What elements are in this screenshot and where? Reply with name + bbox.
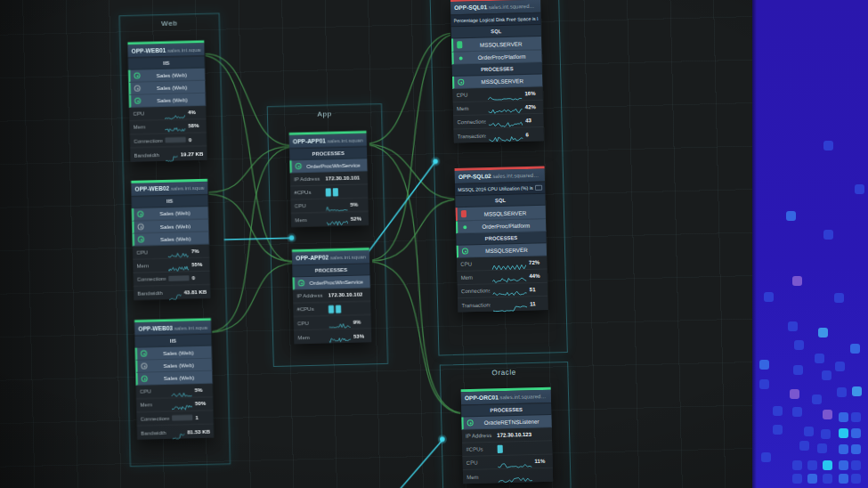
group-web-label: Web	[120, 19, 219, 29]
metric-label: CPU	[136, 249, 165, 256]
metric-label: Connections	[134, 137, 162, 143]
healthy-status-icon	[134, 72, 140, 78]
service-label: Sales (Web)	[149, 349, 208, 357]
metric-label: Mem	[140, 402, 168, 408]
service-label: OrderProc/Platform	[466, 53, 539, 61]
metric-label: #CPUs	[297, 306, 326, 313]
server-card-web02[interactable]: OPP-WEB02 .sales.int.squared… IIS Sales …	[131, 179, 210, 300]
sparkline	[492, 262, 527, 272]
service-label: Sales (Web)	[145, 209, 205, 217]
metric-value: 4%	[188, 110, 202, 115]
metric-value: 11	[530, 300, 544, 305]
metric-label: CPU	[297, 320, 326, 326]
metric-label: Bandwidth	[134, 151, 162, 158]
metrics-panel: CPU 16% Mem 42% Connections 43 Transacti…	[452, 87, 543, 143]
metric-label: Connections	[457, 118, 485, 125]
healthy-status-icon	[462, 248, 468, 254]
service-label: MSSQLSERVER	[468, 208, 542, 216]
server-name: OPP-APP02	[296, 254, 329, 261]
healthy-status-icon	[141, 350, 147, 356]
metric-value: 44%	[529, 273, 543, 279]
healthy-dot-icon	[463, 225, 466, 229]
metric-row-bandwidth: Bandwidth 43.81 KB	[134, 285, 210, 300]
metric-label: Mem	[461, 274, 490, 281]
metrics-panel: CPU 72% Mem 44% Connections 51 Transacti…	[457, 256, 548, 312]
metric-label: #CPUs	[294, 190, 322, 196]
sparkline	[171, 390, 191, 400]
metric-label: IP Address	[296, 293, 325, 299]
sparkline	[498, 460, 532, 470]
unknown-status-icon	[134, 85, 141, 91]
server-name: OPP-WEB01	[132, 46, 166, 53]
mosaic-square	[822, 370, 831, 380]
mosaic-square	[817, 443, 827, 453]
mosaic-square	[823, 460, 832, 470]
server-domain: .sales.int.squared…	[491, 173, 541, 179]
server-card-orc01[interactable]: OPP-ORC01 .sales.int.squared… PROCESSES …	[461, 387, 554, 484]
sparkline	[498, 475, 532, 484]
mosaic-square	[793, 365, 803, 375]
sparkline	[489, 119, 523, 129]
sparkline	[488, 93, 523, 102]
metric-label: Connections	[461, 288, 490, 294]
sparkline	[489, 134, 523, 143]
cpu-block	[332, 188, 337, 196]
service-label: Sales (Web)	[146, 222, 206, 230]
metric-value: 6	[525, 132, 539, 137]
service-label: MSSQLSERVER	[466, 77, 539, 85]
server-card-app01[interactable]: OPP-APP01 .sales.int.squared… PROCESSES …	[289, 131, 369, 227]
metric-value: 7%	[191, 248, 206, 254]
metric-label: Mem	[297, 334, 326, 340]
sparkline	[326, 218, 347, 228]
metric-value: 0	[191, 275, 206, 281]
server-card-web03[interactable]: OPP-WEB03 .sales.int.squared… IIS Sales …	[134, 318, 214, 439]
metric-row-bandwidth: Bandwidth 81.53 KB	[137, 424, 214, 439]
metric-row-bandwidth: Bandwidth 19.27 KB	[130, 146, 207, 161]
server-card-web01[interactable]: OPP-WEB01 .sales.int.squared… IIS Sales …	[127, 40, 207, 161]
server-domain: .sales.int.squared…	[173, 324, 207, 330]
metric-label: Connections	[141, 415, 169, 421]
metric-label: Mem	[457, 105, 485, 111]
sparkline	[165, 112, 185, 122]
metric-label: #CPUs	[466, 446, 494, 452]
metric-label: CPU	[460, 261, 489, 267]
service-label: OrderProcWinService	[306, 279, 367, 287]
sparkline	[329, 335, 351, 345]
metric-label: Transactions…	[458, 133, 486, 139]
sparkline	[326, 204, 347, 214]
server-card-sql02[interactable]: OPP-SQL02 .sales.int.squared… MSSQL 2016…	[455, 166, 548, 312]
metric-value: 81.53 KB	[187, 428, 210, 435]
mosaic-square	[807, 474, 817, 484]
metric-value: 55%	[191, 262, 206, 267]
mosaic-square	[839, 474, 848, 484]
metric-label: Mem	[295, 217, 323, 224]
metric-value: 5%	[350, 202, 364, 207]
group-app-label: App	[268, 109, 381, 119]
sparkline	[488, 106, 523, 116]
server-domain: .sales.int.squared…	[499, 394, 548, 400]
mosaic-square	[823, 410, 832, 419]
metrics-panel: CPU 4% Mem 58% Connections 0 Bandwidth	[129, 106, 207, 162]
server-card-app02[interactable]: OPP-APP02 .sales.int.squared… PROCESSES …	[292, 248, 371, 344]
metric-value: 9%	[353, 319, 368, 324]
server-card-sql01[interactable]: OPP-SQL01 .sales.int.squared… Percentage…	[450, 0, 544, 143]
cpu-block	[335, 305, 340, 313]
metric-label: Bandwidth	[141, 429, 169, 435]
alert-expand-box[interactable]	[535, 185, 542, 191]
metrics-panel: IP Address 172.30.10.123 #CPUs CPU 11% M…	[462, 427, 553, 484]
service-label: Sales (Web)	[142, 84, 202, 92]
metric-value: 1	[195, 414, 209, 419]
healthy-status-icon	[458, 79, 464, 85]
unknown-status-icon	[137, 224, 143, 230]
healthy-status-icon	[298, 280, 304, 286]
metric-value: 50%	[195, 401, 209, 406]
topology-dashboard: Web App Oracle	[0, 0, 868, 488]
metric-row-transactions: Transactions… 11	[458, 297, 548, 313]
metric-label: Transactions…	[461, 302, 490, 308]
alert-text: Percentage Logical Disk Free Space is lo…	[453, 16, 538, 23]
sparkline	[172, 403, 192, 413]
sparkline	[492, 275, 527, 285]
diagram-scene: Web App Oracle	[0, 0, 762, 488]
server-domain: .sales.int.squared…	[169, 185, 204, 191]
metric-label: Mem	[137, 263, 166, 269]
